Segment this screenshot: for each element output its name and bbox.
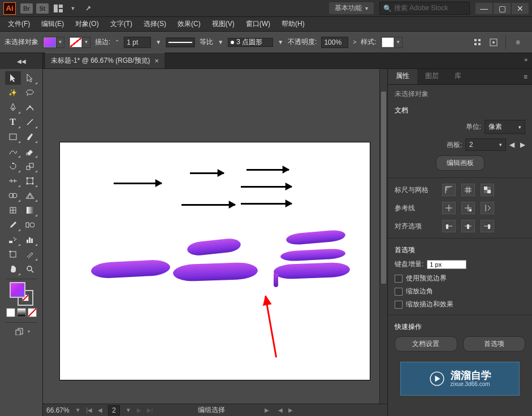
mesh-tool[interactable] [5, 203, 21, 217]
opacity-dropdown-arrow[interactable]: > [353, 39, 356, 45]
gradient-mode-button[interactable] [17, 308, 26, 317]
curvature-tool[interactable] [22, 101, 38, 114]
gradient-tool[interactable] [22, 203, 38, 217]
preferences-button[interactable]: 首选项 [463, 336, 526, 352]
sync-icon[interactable] [81, 3, 94, 14]
status-menu[interactable]: ▶ [265, 407, 269, 413]
stroke-weight-input[interactable]: 1 pt [124, 37, 151, 48]
snap-grid-icon[interactable] [481, 220, 494, 232]
tab-libraries[interactable]: 库 [447, 69, 469, 84]
hand-tool[interactable] [5, 262, 21, 276]
shape-builder-tool[interactable] [5, 189, 21, 202]
menu-object[interactable]: 对象(O) [70, 17, 104, 31]
workspace-switcher[interactable]: 基本功能 [329, 2, 374, 14]
stroke-weight-dropdown[interactable]: ▼ [155, 39, 161, 45]
stroke-decrement-icon[interactable]: ⌃ [115, 39, 119, 45]
fill-stroke-swatch[interactable] [10, 282, 33, 306]
prev-artboard-button[interactable]: ◀ [98, 407, 102, 413]
align-icon[interactable] [474, 38, 482, 46]
next-artboard-button[interactable]: ▶ [137, 407, 141, 413]
blend-tool[interactable] [22, 218, 38, 232]
hscroll-left[interactable]: ◀ [278, 407, 283, 413]
menu-type[interactable]: 文字(T) [105, 17, 138, 31]
stroke-color-dropdown[interactable]: ▼ [69, 37, 90, 48]
brush-preset-dropdown[interactable]: 3 点圆形 [228, 38, 273, 47]
search-stock-input[interactable]: 🔍 搜索 Adobe Stock [379, 2, 470, 15]
artboard-tool[interactable] [5, 248, 21, 261]
column-graph-tool[interactable] [22, 233, 38, 246]
stock-badge[interactable]: St [36, 3, 49, 14]
next-artboard[interactable]: ▶ [520, 141, 525, 149]
first-artboard-button[interactable]: |◀ [86, 407, 93, 413]
units-select[interactable]: 像素 [485, 120, 525, 134]
paintbrush-tool[interactable] [22, 130, 38, 144]
slice-tool[interactable] [22, 248, 38, 261]
eyedropper-tool[interactable] [5, 218, 21, 232]
perspective-grid-tool[interactable] [22, 189, 38, 202]
none-mode-button[interactable] [28, 308, 37, 317]
profile-dropdown-arrow[interactable]: ▼ [218, 39, 223, 45]
grid-toggle-icon[interactable] [461, 184, 475, 196]
menu-view[interactable]: 视图(V) [206, 17, 240, 31]
zoom-level[interactable]: 66.67% [46, 406, 70, 414]
preview-bounds-checkbox[interactable] [395, 275, 403, 283]
hscroll-right[interactable]: ▶ [288, 407, 293, 413]
artboard[interactable] [60, 142, 370, 380]
document-setup-button[interactable]: 文档设置 [395, 336, 457, 352]
selection-tool[interactable] [5, 71, 21, 85]
canvas-area[interactable]: 66.67% ▼ |◀ ◀ 2 ▼ ▶ ▶| 编组选择 ▶ ◀ ▶ [43, 69, 387, 416]
options-menu-icon[interactable]: ≡ [514, 38, 522, 46]
menu-help[interactable]: 帮助(H) [276, 17, 310, 31]
keyboard-increment-input[interactable] [427, 260, 466, 269]
transform-icon[interactable] [490, 38, 498, 46]
tools-panel-header[interactable]: ◀◀ [0, 53, 43, 69]
opacity-input[interactable]: 100% [321, 37, 348, 48]
minimize-button[interactable]: — [475, 3, 492, 14]
tabbar-expand-icon[interactable]: » [524, 57, 527, 63]
eraser-tool[interactable] [22, 145, 38, 158]
menu-edit[interactable]: 编辑(E) [36, 17, 70, 31]
show-guides-icon[interactable] [442, 202, 456, 214]
scale-tool[interactable] [22, 159, 38, 173]
brush-dropdown-arrow[interactable]: ▼ [278, 39, 283, 45]
last-artboard-button[interactable]: ▶| [147, 407, 153, 413]
menu-window[interactable]: 窗口(W) [240, 17, 276, 31]
snap-pixel-icon[interactable] [442, 220, 456, 232]
pen-tool[interactable] [5, 101, 21, 114]
magic-wand-tool[interactable]: ✨ [5, 86, 21, 99]
direct-selection-tool[interactable] [22, 71, 38, 85]
rotate-tool[interactable] [5, 159, 21, 173]
snap-point-icon[interactable] [461, 220, 475, 232]
artboard-select[interactable]: 2 [465, 138, 506, 151]
artboard-dropdown[interactable]: ▼ [126, 407, 131, 413]
menu-file[interactable]: 文件(F) [2, 17, 36, 31]
maximize-button[interactable]: ▢ [494, 3, 511, 14]
free-transform-tool[interactable] [22, 174, 38, 188]
scale-strokes-checkbox[interactable] [395, 301, 403, 309]
type-tool[interactable]: T [5, 115, 21, 129]
rectangle-tool[interactable] [5, 130, 21, 144]
prev-artboard[interactable]: ◀ [509, 141, 514, 149]
ruler-toggle-icon[interactable] [442, 184, 456, 196]
zoom-dropdown[interactable]: ▼ [75, 407, 81, 413]
zoom-tool[interactable] [22, 262, 38, 276]
edit-artboard-button[interactable]: 编辑画板 [436, 155, 485, 171]
menu-select[interactable]: 选择(S) [138, 17, 172, 31]
draw-mode-button[interactable] [13, 326, 25, 337]
document-tab[interactable]: 未标题-1* @ 66.67% (RGB/预览) × [45, 53, 165, 68]
line-segment-tool[interactable] [22, 115, 38, 129]
tab-layers[interactable]: 图层 [417, 69, 447, 84]
bridge-badge[interactable]: Br [20, 3, 33, 14]
lock-guides-icon[interactable] [461, 202, 475, 214]
color-mode-button[interactable] [6, 308, 15, 317]
symbol-sprayer-tool[interactable] [5, 233, 21, 246]
smart-guides-icon[interactable] [481, 202, 494, 214]
lasso-tool[interactable] [22, 86, 38, 99]
scale-corners-checkbox[interactable] [395, 288, 403, 296]
fill-color-dropdown[interactable]: ▼ [43, 37, 64, 48]
scrollbar-thumb[interactable] [381, 92, 386, 284]
shaper-tool[interactable] [5, 145, 21, 158]
artboard-page-input[interactable]: 2 [108, 405, 120, 415]
tab-properties[interactable]: 属性 [388, 69, 417, 84]
close-window-button[interactable]: ✕ [512, 3, 529, 14]
